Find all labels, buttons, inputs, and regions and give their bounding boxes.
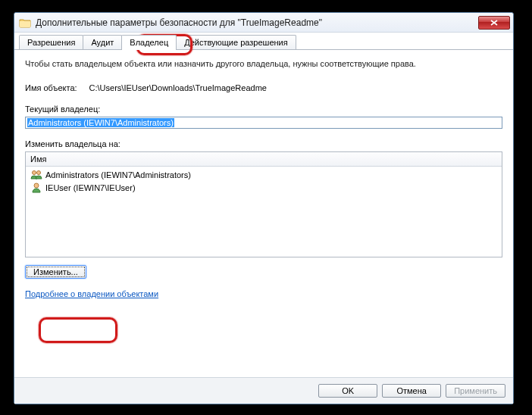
close-button[interactable]	[478, 16, 510, 30]
svg-point-1	[37, 170, 41, 174]
svg-point-2	[34, 183, 39, 188]
cancel-button[interactable]: Отмена	[382, 384, 441, 398]
user-icon	[30, 182, 42, 194]
apply-button: Применить	[446, 384, 505, 398]
current-owner-value: Administrators (IEWIN7\Administrators)	[27, 118, 174, 127]
tabstrip: Разрешения Аудит Владелец Действующие ра…	[14, 33, 513, 50]
tab-owner[interactable]: Владелец	[121, 35, 177, 50]
security-dialog: Дополнительные параметры безопасности дл…	[14, 12, 514, 404]
list-header-name[interactable]: Имя	[26, 152, 502, 167]
group-icon	[30, 169, 42, 181]
list-item[interactable]: IEUser (IEWIN7\IEUser)	[26, 181, 502, 194]
learn-more-link[interactable]: Подробнее о владении объектами	[25, 289, 502, 298]
svg-point-0	[33, 170, 36, 174]
change-owner-label: Изменить владельца на:	[25, 139, 502, 148]
list-body: Administrators (IEWIN7\Administrators) I…	[26, 167, 502, 257]
current-owner-label: Текущий владелец:	[25, 105, 502, 114]
object-path: C:\Users\IEUser\Downloads\TrueImageReadm…	[89, 83, 267, 92]
titlebar: Дополнительные параметры безопасности дл…	[14, 13, 513, 33]
dialog-footer: OK Отмена Применить	[14, 377, 513, 404]
intro-text: Чтобы стать владельцем объекта или назна…	[25, 59, 502, 68]
tab-audit[interactable]: Аудит	[83, 35, 122, 49]
edit-button[interactable]: Изменить...	[25, 265, 86, 279]
ok-button[interactable]: OK	[318, 384, 377, 398]
window-title: Дополнительные параметры безопасности дл…	[36, 17, 478, 28]
object-label: Имя объекта:	[25, 83, 77, 92]
list-item[interactable]: Administrators (IEWIN7\Administrators)	[26, 168, 502, 181]
list-item-label: IEUser (IEWIN7\IEUser)	[45, 183, 136, 192]
list-item-label: Administrators (IEWIN7\Administrators)	[45, 170, 191, 179]
tab-effective[interactable]: Действующие разрешения	[176, 35, 296, 49]
folder-icon	[19, 17, 31, 28]
current-owner-field[interactable]: Administrators (IEWIN7\Administrators)	[25, 117, 502, 129]
tab-permissions[interactable]: Разрешения	[19, 35, 83, 49]
owners-listbox[interactable]: Имя Administrators (IEWIN7\Administrator…	[25, 151, 502, 257]
close-icon	[490, 20, 498, 26]
tab-content: Чтобы стать владельцем объекта или назна…	[14, 50, 513, 377]
